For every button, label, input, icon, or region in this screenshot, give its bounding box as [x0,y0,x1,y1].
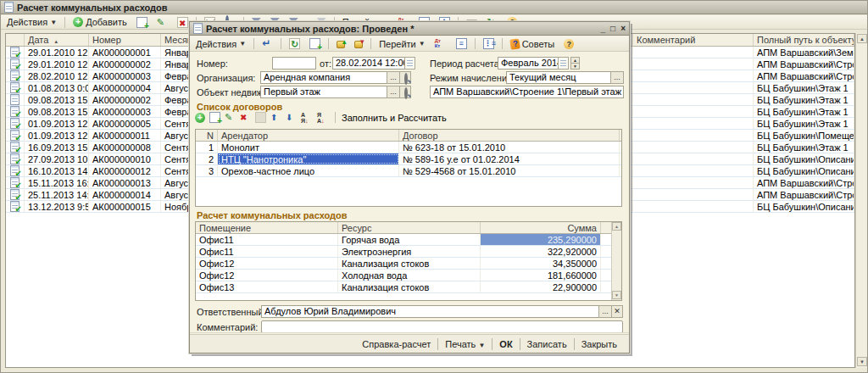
posted-doc-icon: ✔ [6,153,25,164]
vertical-scrollbar[interactable]: ▲ ▼ [855,33,867,368]
scroll-down-icon[interactable]: ▼ [857,357,867,366]
posted-doc-icon: ✔ [6,165,25,176]
add-row-icon[interactable]: + [195,113,205,123]
dialog-actions-menu-button[interactable]: Действия▼ [192,37,249,50]
date-field[interactable]: 28.02.2014 12:00:00 [332,57,405,70]
period-stepper[interactable]: ▲▼ [570,57,580,70]
toolbar-separator [64,17,65,28]
maximize-icon[interactable]: □ [610,23,615,35]
spin-up-icon[interactable]: ▲ [571,58,579,64]
edit-button[interactable]: ✎ [153,16,171,29]
calendar-icon[interactable] [558,57,569,70]
move-down-icon[interactable]: ⬇ [286,112,297,123]
calendar-icon[interactable] [404,57,415,70]
save-button[interactable]: Записать [520,337,574,351]
help-icon: ? [564,39,574,49]
calc-row[interactable]: Офис11 Электроэнергия 322,920000 [196,246,621,258]
cell-path: БЦ Бабушкин\Описание р... [754,153,854,164]
period-field[interactable]: Февраль 2014 [498,57,559,70]
sort-desc-icon[interactable]: ЯА↓ [317,112,329,123]
responsible-label: Ответственный: [197,306,266,318]
column-room[interactable]: Помещение [196,222,338,233]
delete-row-icon[interactable]: ✖ [240,112,251,123]
calc-row[interactable]: Офис11 Горячая вода 235,290000 [196,234,621,246]
cell-number: АК000000003 [89,106,161,117]
scroll-up-icon[interactable]: ▲ [857,34,867,43]
column-path[interactable]: Полный путь к объекту [754,34,854,46]
column-date[interactable]: Дата▲ [25,34,89,46]
from-label: от: [320,58,331,70]
close-button[interactable]: Закрыть [575,337,624,351]
column-n[interactable]: N [196,130,218,141]
dialog-report-list-button[interactable]: ≡ [453,37,470,50]
ok-button[interactable]: ОК [492,337,519,351]
property-object-field[interactable]: Первый этаж [260,86,387,98]
column-sum[interactable]: Сумма [481,222,601,233]
ellipsis-button[interactable]: ... [387,86,400,98]
fill-and-calculate-button[interactable]: Заполнить и Рассчитать [342,113,447,123]
cell-comment [633,189,754,200]
dialog-structure-button[interactable]: ⋮≡ [480,37,498,50]
cell-number: АК000000001 [89,47,161,58]
cell-comment [633,106,754,117]
lookup-magnifier-icon[interactable] [399,71,411,84]
column-resource[interactable]: Ресурс [338,222,481,233]
sort-asc-icon[interactable]: АЯ↓ [301,112,313,123]
organization-field[interactable]: Арендная компания [260,71,387,84]
scroll-down-icon[interactable]: ▼ [612,291,621,299]
ellipsis-button[interactable]: ... [598,305,612,318]
posted-doc-icon: ✔ [6,47,25,58]
contract-row[interactable]: 1 Монолит № 623-18 от 15.01.2010 [196,142,621,153]
column-contract[interactable]: Договор [399,130,620,141]
mode-field[interactable]: Текущий месяц [506,71,611,84]
contract-row[interactable]: 3 Орехов-частное лицо № 529-4568 от 15.0… [196,165,621,177]
calc-row[interactable]: Офис12 Холодная вода 181,660000 [196,270,621,281]
contract-row[interactable]: 2 НТЦ "Нанотроника" № 589-16 у.е от 01.0… [196,153,621,165]
clear-icon[interactable]: ✕ [611,305,623,318]
advice-button[interactable]: Советы [507,37,558,50]
post-button[interactable] [333,37,348,50]
cell-sum: 235,290000 [481,234,601,245]
cell-date: 16.09.2013 15:05:23 [25,142,89,153]
cell-date: 01.09.2013 12:00:01 [25,130,89,141]
reread-button[interactable]: ↵ [259,37,276,50]
help-calc-button[interactable]: Справка-расчет [355,337,437,351]
column-number[interactable]: Номер [89,34,161,46]
dialog-help-button[interactable]: ? [560,37,577,50]
list-icon: ≡ [456,38,467,49]
number-field[interactable] [272,57,316,70]
calc-row[interactable]: Офис13 Канализация стоков 22,900000 [196,281,621,293]
dialog-goto-menu-button[interactable]: Перейти▼ [376,37,429,50]
add-button[interactable]: +Добавить [70,16,131,29]
copy-button[interactable] [133,16,151,29]
dialog-titlebar[interactable]: Расчет коммунальных расходов: Проведен *… [190,22,629,36]
calc-row[interactable]: Офис12 Канализация стоков 34,350000 [196,258,621,270]
cell-date: 29.01.2010 12:00:00 [25,47,89,58]
copy-row-icon[interactable] [209,112,220,123]
dialog-copy-button[interactable] [306,37,324,50]
ellipsis-button[interactable]: ... [387,71,400,84]
column-icon[interactable] [6,34,25,46]
calc-scrollbar[interactable]: ▲ ▼ [611,222,621,300]
cell-path: БЦ Бабушкин\Описание р... [754,201,854,212]
close-icon[interactable]: × [620,23,626,35]
print-menu-button[interactable]: Печать ▼ [438,337,492,351]
lookup-magnifier-icon[interactable] [399,86,411,98]
dialog-dtkt-button[interactable]: ДтКт [431,37,450,50]
edit-row-icon[interactable]: ✎ [225,112,236,123]
column-comment[interactable]: Комментарий [633,34,754,46]
comment-field[interactable] [261,320,623,333]
post-icon [337,41,345,48]
minimize-icon[interactable]: _ [601,23,606,35]
cell-date: 28.02.2010 12:00:00 [25,70,89,81]
scroll-up-icon[interactable]: ▲ [612,222,621,231]
actions-menu-button[interactable]: Действия▼ [3,16,60,29]
dialog-refresh-button[interactable]: ↻ [286,37,303,50]
column-tenant[interactable]: Арендатор [218,130,399,141]
cell-path: АПМ Варшавский\Строен... [754,177,854,188]
ellipsis-button[interactable]: ... [610,71,624,84]
spin-down-icon[interactable]: ▼ [571,64,579,69]
unpost-button[interactable] [351,37,366,50]
move-up-icon[interactable]: ⬆ [270,112,281,123]
responsible-field[interactable]: Абдулов Юрий Владимирович [261,305,599,318]
